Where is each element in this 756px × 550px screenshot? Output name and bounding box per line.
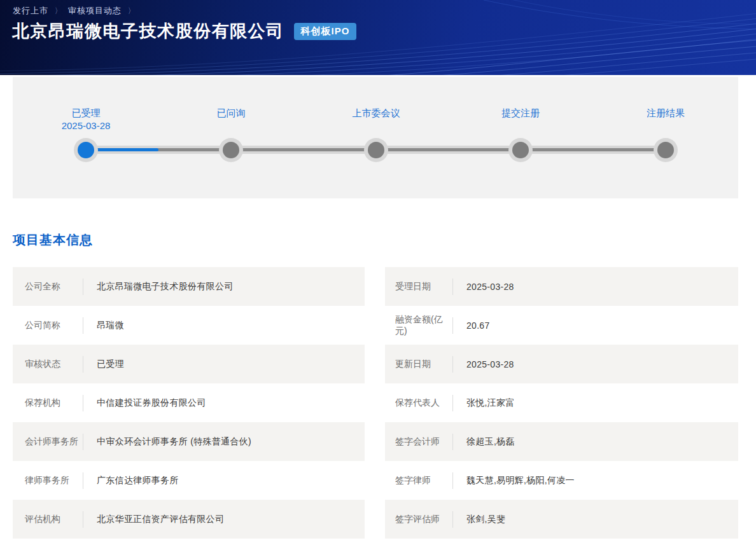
step-date: 2025-03-28 bbox=[29, 120, 143, 132]
basic-info-table-right: 受理日期 2025-03-28 融资金额(亿元) 20.67 更新日期 2025… bbox=[385, 267, 738, 539]
breadcrumb-separator-icon: 〉 bbox=[128, 6, 134, 17]
field-label: 更新日期 bbox=[385, 359, 452, 370]
breadcrumb-separator-icon: 〉 bbox=[55, 6, 61, 17]
field-value: 20.67 bbox=[453, 320, 490, 331]
field-label: 签字评估师 bbox=[385, 514, 452, 525]
field-value: 徐超玉,杨磊 bbox=[453, 436, 515, 448]
field-value: 张悦,汪家富 bbox=[453, 397, 515, 409]
market-type-badge: 科创板IPO bbox=[294, 23, 357, 40]
field-label: 保荐机构 bbox=[13, 397, 83, 409]
field-value: 2025-03-28 bbox=[453, 282, 514, 292]
step-node-listing-committee-meeting bbox=[364, 138, 388, 162]
table-row: 更新日期 2025-03-28 bbox=[385, 345, 738, 383]
step-node-inquired bbox=[219, 138, 243, 162]
field-label: 受理日期 bbox=[385, 281, 452, 292]
step-node-registration-submitted bbox=[508, 138, 533, 162]
field-value: 北京昂瑞微电子技术股份有限公司 bbox=[83, 281, 234, 292]
breadcrumb-item-issuance-listing[interactable]: 发行上市 bbox=[13, 5, 48, 17]
header-title-row: 北京昂瑞微电子技术股份有限公司 科创板IPO bbox=[12, 20, 356, 43]
step-label: 提交注册 bbox=[463, 107, 578, 120]
field-label: 公司全称 bbox=[13, 281, 83, 292]
step-label: 已问询 bbox=[174, 107, 288, 120]
field-value: 2025-03-28 bbox=[453, 359, 514, 369]
field-label: 公司简称 bbox=[13, 320, 83, 331]
breadcrumb-item-review-project-status[interactable]: 审核项目动态 bbox=[68, 5, 122, 17]
step-label: 已受理 bbox=[29, 107, 143, 120]
field-label: 审核状态 bbox=[13, 359, 83, 370]
field-value: 中审众环会计师事务所 (特殊普通合伙) bbox=[83, 436, 251, 448]
field-label: 保荐代表人 bbox=[385, 397, 452, 409]
table-row: 签字律师 魏天慧,易明辉,杨阳,何凌一 bbox=[385, 461, 738, 500]
table-row: 签字评估师 张剑,吴斐 bbox=[385, 500, 738, 539]
table-row: 律师事务所 广东信达律师事务所 bbox=[13, 461, 365, 500]
field-value: 已受理 bbox=[83, 359, 124, 370]
table-row: 融资金额(亿元) 20.67 bbox=[385, 306, 738, 345]
step-node-accepted bbox=[74, 138, 98, 162]
field-label: 律师事务所 bbox=[13, 475, 83, 486]
field-value: 广东信达律师事务所 bbox=[83, 475, 179, 486]
field-value: 中信建投证券股份有限公司 bbox=[83, 397, 206, 409]
field-label: 签字会计师 bbox=[385, 436, 452, 448]
section-title-basic-info: 项目基本信息 bbox=[13, 231, 93, 249]
field-label: 融资金额(亿元) bbox=[385, 314, 452, 337]
table-row: 签字会计师 徐超玉,杨磊 bbox=[385, 422, 738, 461]
page-header: 发行上市 〉 审核项目动态 〉 北京昂瑞微电子技术股份有限公司 科创板IPO bbox=[0, 0, 756, 75]
table-row: 评估机构 北京华亚正信资产评估有限公司 bbox=[13, 500, 365, 539]
table-row: 公司简称 昂瑞微 bbox=[13, 306, 365, 345]
review-progress-stepper: 已受理 2025-03-28 已问询 上市委会议 提交注册 注册结果 bbox=[13, 77, 738, 198]
table-row: 公司全称 北京昂瑞微电子技术股份有限公司 bbox=[13, 267, 365, 306]
page-title: 北京昂瑞微电子技术股份有限公司 bbox=[12, 20, 284, 43]
field-label: 评估机构 bbox=[13, 514, 83, 525]
basic-info-table-left: 公司全称 北京昂瑞微电子技术股份有限公司 公司简称 昂瑞微 审核状态 已受理 保… bbox=[13, 267, 365, 539]
step-label: 上市委会议 bbox=[319, 107, 433, 120]
table-row: 保荐代表人 张悦,汪家富 bbox=[385, 383, 738, 422]
field-label: 签字律师 bbox=[385, 475, 452, 486]
breadcrumb: 发行上市 〉 审核项目动态 〉 bbox=[13, 5, 136, 17]
table-row: 受理日期 2025-03-28 bbox=[385, 267, 738, 306]
field-value: 张剑,吴斐 bbox=[453, 514, 505, 525]
field-label: 会计师事务所 bbox=[13, 436, 83, 448]
table-row: 会计师事务所 中审众环会计师事务所 (特殊普通合伙) bbox=[13, 422, 365, 461]
field-value: 北京华亚正信资产评估有限公司 bbox=[83, 514, 224, 525]
table-row: 保荐机构 中信建投证券股份有限公司 bbox=[13, 383, 365, 422]
field-value: 魏天慧,易明辉,杨阳,何凌一 bbox=[453, 475, 575, 486]
table-row: 审核状态 已受理 bbox=[13, 345, 365, 383]
step-node-registration-result bbox=[654, 138, 678, 162]
field-value: 昂瑞微 bbox=[83, 320, 124, 331]
step-label: 注册结果 bbox=[608, 107, 723, 120]
